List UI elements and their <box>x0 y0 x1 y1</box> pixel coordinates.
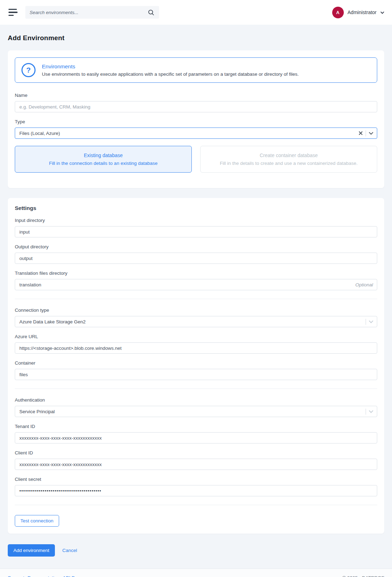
connection-type-select[interactable]: Azure Data Lake Storage Gen2 <box>15 316 377 327</box>
authentication-group: Authentication Service Principal <box>15 397 377 417</box>
search-input[interactable] <box>30 10 147 15</box>
client-id-input[interactable] <box>15 459 377 470</box>
page-title: Add Environment <box>8 34 384 42</box>
support-link[interactable]: Support <box>8 575 24 577</box>
chevron-down-icon[interactable] <box>369 410 373 413</box>
tenant-id-label: Tenant ID <box>15 424 377 429</box>
divider <box>15 389 377 389</box>
environment-card: ? Environments Use environments to easil… <box>8 50 384 188</box>
divider <box>15 505 377 505</box>
option-description: Fill in the details to create and use a … <box>206 161 371 166</box>
api-docs-link[interactable]: API Docs <box>63 575 82 577</box>
avatar[interactable]: A <box>332 7 344 18</box>
azure-url-group: Azure URL <box>15 334 377 354</box>
connection-type-label: Connection type <box>15 308 377 313</box>
option-title: Existing database <box>21 153 186 158</box>
client-id-label: Client ID <box>15 450 377 455</box>
authentication-value: Service Principal <box>19 409 366 414</box>
input-directory-group: Input directory <box>15 218 377 237</box>
main-content: Add Environment ? Environments Use envir… <box>0 25 392 569</box>
search-icon[interactable] <box>147 9 155 16</box>
input-directory-label: Input directory <box>15 218 377 223</box>
settings-heading: Settings <box>15 205 377 211</box>
chevron-down-icon[interactable] <box>369 320 373 323</box>
authentication-label: Authentication <box>15 397 377 403</box>
name-field-group: Name <box>15 93 377 112</box>
chevron-down-icon[interactable] <box>369 132 373 135</box>
tenant-id-input[interactable] <box>15 432 377 443</box>
footer-links: Support Documentation API Docs <box>8 575 82 577</box>
menu-icon[interactable] <box>8 7 18 18</box>
chevron-down-icon <box>380 10 384 15</box>
name-label: Name <box>15 93 377 98</box>
container-input[interactable] <box>15 369 377 380</box>
divider <box>15 299 377 299</box>
test-connection-button[interactable]: Test connection <box>15 515 59 527</box>
settings-card: Settings Input directory Output director… <box>8 198 384 534</box>
connection-type-value: Azure Data Lake Storage Gen2 <box>19 319 366 324</box>
user-menu[interactable]: A Administrator <box>332 7 384 18</box>
user-name: Administrator <box>348 10 377 15</box>
output-directory-input[interactable] <box>15 253 377 264</box>
documentation-link[interactable]: Documentation <box>27 575 59 577</box>
form-actions: Add environment Cancel <box>8 544 384 557</box>
input-directory-input[interactable] <box>15 226 377 237</box>
client-secret-input[interactable] <box>15 485 377 496</box>
type-label: Type <box>15 119 377 124</box>
select-divider <box>366 319 366 325</box>
translation-directory-label: Translation files directory <box>15 271 377 276</box>
option-title: Create container database <box>206 153 371 158</box>
help-icon: ? <box>21 63 36 77</box>
authentication-select[interactable]: Service Principal <box>15 406 377 417</box>
azure-url-input[interactable] <box>15 342 377 354</box>
info-text: Environments Use environments to easily … <box>42 63 299 77</box>
azure-url-label: Azure URL <box>15 334 377 339</box>
clear-icon[interactable] <box>359 131 363 135</box>
search-box[interactable] <box>25 6 159 19</box>
translation-directory-input[interactable] <box>15 279 377 290</box>
info-title: Environments <box>42 63 299 70</box>
copyright-text: © 2025 - DATPROF <box>342 575 384 577</box>
container-label: Container <box>15 360 377 366</box>
option-description: Fill in the connection details to an exi… <box>21 161 186 166</box>
output-directory-label: Output directory <box>15 244 377 249</box>
type-select-value: Files (Local, Azure) <box>19 131 359 136</box>
container-group: Container <box>15 360 377 380</box>
connection-type-group: Connection type Azure Data Lake Storage … <box>15 308 377 327</box>
app-header: A Administrator <box>0 0 392 25</box>
client-id-group: Client ID <box>15 450 377 470</box>
type-field-group: Type Files (Local, Azure) <box>15 119 377 139</box>
cancel-link[interactable]: Cancel <box>62 548 77 553</box>
info-box: ? Environments Use environments to easil… <box>15 57 377 83</box>
database-option-grid: Existing database Fill in the connection… <box>15 146 377 173</box>
select-divider <box>366 409 366 415</box>
tenant-id-group: Tenant ID <box>15 424 377 443</box>
client-secret-label: Client secret <box>15 477 377 482</box>
output-directory-group: Output directory <box>15 244 377 264</box>
option-existing-database[interactable]: Existing database Fill in the connection… <box>15 146 192 173</box>
type-select[interactable]: Files (Local, Azure) <box>15 128 377 139</box>
info-description: Use environments to easily execute appli… <box>42 72 299 77</box>
select-divider <box>366 130 366 136</box>
translation-directory-group: Translation files directory Optional <box>15 271 377 290</box>
client-secret-group: Client secret <box>15 477 377 496</box>
option-container-database[interactable]: Create container database Fill in the de… <box>200 146 377 173</box>
add-environment-button[interactable]: Add environment <box>8 544 55 557</box>
app-footer: Support Documentation API Docs © 2025 - … <box>0 569 392 577</box>
name-input[interactable] <box>15 101 377 112</box>
